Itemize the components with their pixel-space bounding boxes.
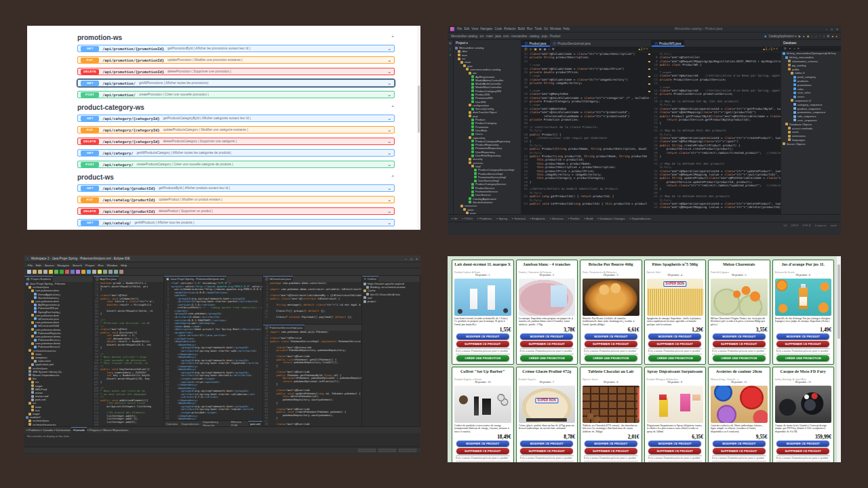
database-panel-header[interactable]: Database xyxy=(781,40,841,46)
endpoint-row[interactable]: GET/api/category/getAllProductsCategory … xyxy=(77,149,395,157)
endpoint-row[interactable]: DELETE/api/promotion/{promotionId}delete… xyxy=(77,68,395,75)
menu-item[interactable]: Search xyxy=(73,264,82,267)
tree-item[interactable]: project xyxy=(362,300,420,303)
pom-subtab[interactable]: Dependencies xyxy=(180,421,201,426)
code-editor-apptest[interactable]: 74boolean prime = NumberUtils.i75Assert.… xyxy=(94,282,163,426)
toolbar-icon[interactable] xyxy=(71,270,75,274)
console-tab[interactable]: ▪ Problems xyxy=(26,428,41,432)
editor-toolbar-icon[interactable]: ▣ xyxy=(534,47,536,51)
maximize-button[interactable]: □ xyxy=(410,257,412,261)
delete-product-button[interactable]: SUPPRIMER CE PRODUIT xyxy=(456,448,509,454)
chevron-down-icon[interactable]: ⌄ xyxy=(387,46,391,52)
endpoint-row[interactable]: POST/api/category/createProductsCategory… xyxy=(77,161,395,168)
menu-item[interactable]: Run xyxy=(98,264,104,267)
toolwindow-button[interactable]: ▪ Spring xyxy=(497,217,508,220)
create-promotion-button[interactable]: CRÉER UNE PROMOTION xyxy=(776,355,829,361)
minimize-button[interactable]: − xyxy=(825,27,827,31)
toolwindow-button[interactable]: ▪ Dependencies xyxy=(630,217,651,220)
modify-product-button[interactable]: MODIFIER CE PRODUIT xyxy=(520,441,573,447)
endpoint-row[interactable]: DELETE/api/category/{categoryId}deletePr… xyxy=(77,138,395,145)
run-config-select[interactable]: CatalogApplication ▾ xyxy=(768,35,796,38)
menu-item[interactable]: File xyxy=(457,27,462,30)
status-item[interactable]: CRLF xyxy=(791,224,798,227)
project-explorer-tab[interactable]: ▤Project Explorer xyxy=(24,276,53,282)
close-button[interactable]: × xyxy=(416,257,418,261)
pom-subtab[interactable]: Effective POM xyxy=(229,421,248,426)
pom-subtab[interactable]: Overview xyxy=(164,421,180,426)
console-tab[interactable]: ▪ Maven Repositories xyxy=(101,428,128,432)
delete-product-button[interactable]: SUPPRIMER CE PRODUIT xyxy=(520,341,573,347)
delete-product-button[interactable]: SUPPRIMER CE PRODUIT xyxy=(648,448,701,454)
create-promotion-button[interactable]: CRÉER UNE PROMOTION xyxy=(520,355,573,361)
git-commit-icon[interactable]: ✓ xyxy=(815,35,818,38)
editor-toolbar-icon[interactable]: ◉ xyxy=(544,47,547,51)
delete-product-button[interactable]: SUPPRIMER CE PRODUIT xyxy=(456,341,509,347)
chevron-up-icon[interactable]: ⌃ xyxy=(391,35,395,41)
toolbar-icon[interactable] xyxy=(98,270,102,274)
endpoint-row[interactable]: GET/api/promotion/getAllPromotions ( Aff… xyxy=(77,79,395,87)
code-editor-product-java[interactable]: 31class="ann">@Column(name = class="str"… xyxy=(521,52,651,214)
toolwindow-button[interactable]: ▪ Git xyxy=(452,217,458,220)
profile-icon[interactable]: ◈ xyxy=(807,35,810,38)
code-editor-pom-xml[interactable]: 1<?xml version="1.0" encoding="UTF-8"?>2… xyxy=(164,282,262,420)
modify-product-button[interactable]: MODIFIER CE PRODUIT xyxy=(713,333,766,340)
chevron-down-icon[interactable]: ⌄ xyxy=(387,116,391,121)
code-editor-pokemonservice[interactable]: 8import com.pokemon.demo.pojo.Pokemon;9 … xyxy=(263,331,361,426)
menu-item[interactable]: Help xyxy=(563,27,569,30)
editor-toolbar-icon[interactable]: ◇ xyxy=(530,47,532,51)
modify-product-button[interactable]: MODIFIER CE PRODUIT xyxy=(713,441,766,447)
editor-tab[interactable]: ⓒProductServiceImpl.java xyxy=(550,40,594,47)
toolbar-icon[interactable] xyxy=(38,270,42,274)
chevron-down-icon[interactable]: ⌄ xyxy=(387,139,391,144)
toolbar-icon[interactable] xyxy=(114,270,118,274)
toolwindow-button[interactable]: ▪ Profiler xyxy=(568,217,580,220)
endpoint-row[interactable]: GET/api/catalog/{productId}getProductsBy… xyxy=(77,184,395,192)
editor-toolbar-icon[interactable]: ✻ xyxy=(552,47,555,51)
toolbar-icon[interactable] xyxy=(27,270,31,274)
menu-item[interactable]: Navigate xyxy=(480,27,492,30)
toolbar-icon[interactable] xyxy=(43,270,47,274)
chevron-down-icon[interactable]: ⌄ xyxy=(387,58,391,63)
modify-product-button[interactable]: MODIFIER CE PRODUIT xyxy=(456,333,509,340)
pom-subtab[interactable]: pom.xml xyxy=(248,421,262,426)
toolwindow-button[interactable]: ▪ Database Changes xyxy=(597,217,625,220)
api-section-header[interactable]: product-category-ws⌃ xyxy=(77,102,395,113)
status-item[interactable]: UTF-8 xyxy=(802,224,810,227)
endpoint-row[interactable]: PUT/api/category/{categoryId}updateProdu… xyxy=(77,126,395,134)
chevron-down-icon[interactable]: ⌄ xyxy=(387,209,391,214)
structure-toolwindow-icon[interactable]: ≡ xyxy=(450,54,452,57)
delete-product-button[interactable]: SUPPRIMER CE PRODUIT xyxy=(585,341,637,347)
toolbar-icon[interactable] xyxy=(33,270,37,274)
editor-tab[interactable]: ⓙAppTest.java xyxy=(94,276,119,282)
database-toolbar-icon[interactable]: ⟳ xyxy=(784,47,787,50)
close-button[interactable]: × xyxy=(836,27,838,31)
toolbar-icon[interactable] xyxy=(76,270,80,274)
chevron-down-icon[interactable]: ⌄ xyxy=(387,69,391,75)
menu-item[interactable]: Source xyxy=(45,264,54,267)
modify-product-button[interactable]: MODIFIER CE PRODUIT xyxy=(648,333,701,340)
git-update-icon[interactable]: ↓ xyxy=(811,35,812,38)
toolbar-icon[interactable] xyxy=(60,270,64,274)
toolwindow-button[interactable]: ▪ Endpoints xyxy=(530,217,545,220)
chevron-down-icon[interactable]: ⌄ xyxy=(387,81,391,86)
menu-item[interactable]: Refactor xyxy=(504,27,515,30)
endpoint-row[interactable]: GET/api/catalog/getAllProducts ( Affiche… xyxy=(77,219,395,226)
editor-toolbar-icon[interactable]: Ⓐ xyxy=(524,47,528,51)
minimize-button[interactable]: − xyxy=(405,257,407,261)
create-promotion-button[interactable]: CRÉER UNE PROMOTION xyxy=(585,355,637,361)
menu-item[interactable]: Help xyxy=(121,264,127,267)
toolwindow-button[interactable]: ▪ TODO xyxy=(462,217,473,220)
menu-item[interactable]: Build xyxy=(518,27,525,30)
database-toolbar-icon[interactable]: ⌕ xyxy=(793,47,795,50)
editor-tab[interactable]: ⓙIdConstraint.java xyxy=(263,276,293,282)
inspections-widget[interactable]: ▲1 ˄ ˅ xyxy=(637,47,648,51)
breadcrumb-item[interactable]: java xyxy=(495,35,500,38)
delete-product-button[interactable]: SUPPRIMER CE PRODUIT xyxy=(520,448,573,454)
delete-product-button[interactable]: SUPPRIMER CE PRODUIT xyxy=(713,341,766,347)
code-editor-productws-java[interactable]: FD-Fully8class="ann">@Controller9class="… xyxy=(652,52,781,214)
api-section-header[interactable]: promotion-ws⌃ xyxy=(77,33,395,43)
breadcrumb-item[interactable]: Mercandise catalog xyxy=(451,35,477,38)
scrollbar-thumb[interactable] xyxy=(837,264,840,339)
build-icon[interactable]: ◆ xyxy=(764,35,767,38)
menu-item[interactable]: Project xyxy=(85,264,95,267)
